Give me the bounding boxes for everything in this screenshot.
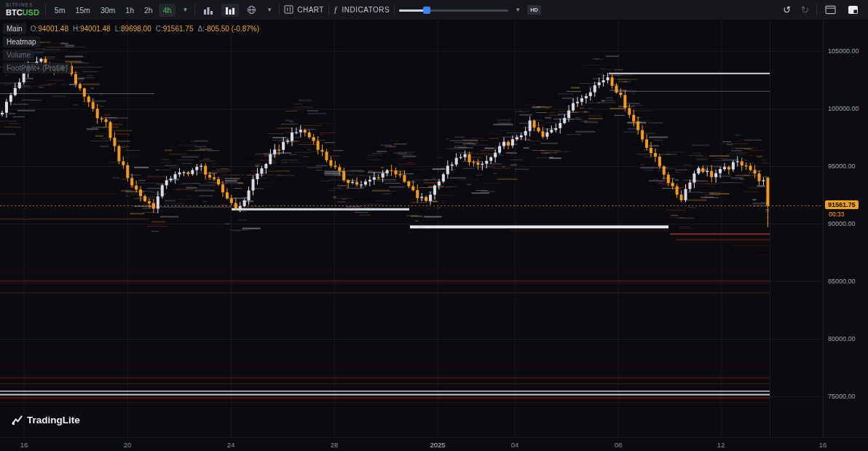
time-axis[interactable]: 16202428202504081216 — [0, 437, 868, 451]
main-series-button[interactable]: Main — [3, 23, 26, 34]
time-tick-label: 12 — [717, 441, 725, 449]
separator — [45, 4, 46, 16]
time-tick-label: 08 — [615, 441, 623, 449]
price-tick-label: 90000.00 — [828, 220, 856, 227]
timeframe-4h[interactable]: 4h — [159, 4, 176, 17]
time-tick-label: 16 — [20, 441, 28, 449]
timeframe-5m[interactable]: 5m — [50, 4, 70, 17]
timeframe-30m[interactable]: 30m — [96, 4, 119, 17]
chart-button[interactable]: CHART — [284, 5, 324, 15]
layer-heatmap[interactable]: Heatmap — [3, 36, 40, 47]
price-tick-label: 75000.00 — [828, 393, 856, 400]
chevron-down-icon[interactable]: ▼ — [264, 5, 275, 15]
chart-style-columns-icon[interactable] — [221, 4, 239, 17]
ohlc-readout: O:94001.48 H:94001.48 L:89698.00 C:91561… — [31, 25, 259, 33]
tradinglite-logo-icon — [12, 415, 23, 425]
separator — [328, 4, 329, 16]
layer-volume[interactable]: Volume — [3, 50, 34, 60]
chart-legend: Main O:94001.48 H:94001.48 L:89698.00 C:… — [3, 23, 259, 74]
chart-canvas[interactable] — [0, 20, 868, 437]
browser-window-icon[interactable] — [821, 3, 840, 17]
chart-icon — [284, 5, 293, 15]
symbol-selector[interactable]: BITFINEX BTCUSD — [6, 3, 39, 17]
time-tick-label: 2025 — [430, 441, 445, 449]
timeframe-1h[interactable]: 1h — [121, 4, 138, 17]
tradinglite-app: BITFINEX BTCUSD 5m15m30m1h2h4h ▼ ▼ CHART… — [0, 0, 868, 451]
symbol-label: BTCUSD — [6, 9, 39, 17]
indicators-button[interactable]: ƒ INDICATORS — [334, 4, 390, 15]
time-tick-label: 04 — [511, 441, 519, 449]
separator — [279, 4, 280, 16]
fx-icon: ƒ — [334, 4, 339, 15]
timeframe-2h[interactable]: 2h — [140, 4, 157, 17]
time-tick-label: 20 — [124, 441, 132, 449]
candle-countdown: 00:33 — [829, 211, 844, 218]
chart-region: Main O:94001.48 H:94001.48 L:89698.00 C:… — [0, 20, 868, 437]
globe-icon[interactable] — [243, 3, 260, 17]
layer-footprint-profile-[interactable]: FootPrint+ (Profile) — [3, 63, 71, 74]
price-tick-label: 95000.00 — [828, 162, 856, 170]
price-tick-label: 80000.00 — [828, 335, 856, 342]
price-tick-label: 100000.00 — [828, 105, 859, 112]
current-price-badge: 91561.75 — [825, 200, 859, 209]
separator — [816, 4, 817, 16]
layer-list: HeatmapVolumeFootPrint+ (Profile) — [3, 36, 259, 74]
hd-badge[interactable]: HD — [527, 5, 541, 15]
toolbar: BITFINEX BTCUSD 5m15m30m1h2h4h ▼ ▼ CHART… — [0, 0, 868, 20]
chart-style-bars-icon[interactable] — [200, 4, 217, 17]
separator — [194, 4, 195, 16]
redo-icon[interactable]: ↻ — [798, 5, 812, 15]
timeframe-15m[interactable]: 15m — [71, 4, 94, 17]
time-tick-label: 16 — [819, 441, 827, 449]
layout-panel-icon[interactable] — [844, 3, 862, 17]
slider-handle[interactable] — [423, 7, 430, 14]
main-series-row: Main O:94001.48 H:94001.48 L:89698.00 C:… — [3, 23, 259, 34]
separator — [394, 4, 395, 16]
undo-icon[interactable]: ↺ — [780, 5, 794, 15]
intensity-slider[interactable] — [399, 5, 508, 15]
time-tick-label: 28 — [331, 441, 339, 449]
price-tick-label: 85000.00 — [828, 278, 856, 285]
tradinglite-logo: TradingLite — [12, 415, 80, 425]
chevron-down-icon[interactable]: ▼ — [513, 5, 523, 15]
price-axis[interactable]: 91561.75 00:33 105000.00100000.0095000.0… — [823, 20, 868, 437]
timeframe-group: 5m15m30m1h2h4h — [50, 4, 176, 17]
chevron-down-icon[interactable]: ▼ — [180, 5, 190, 15]
price-tick-label: 105000.00 — [828, 47, 859, 55]
time-tick-label: 24 — [227, 441, 235, 449]
